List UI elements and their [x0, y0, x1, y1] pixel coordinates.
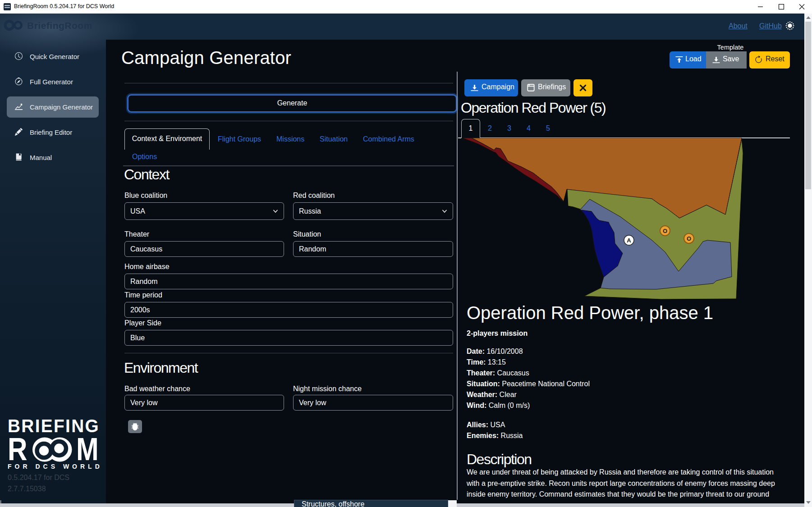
svg-text:O: O	[663, 228, 667, 234]
svg-text:O: O	[687, 235, 691, 242]
svg-text:A: A	[627, 237, 631, 244]
